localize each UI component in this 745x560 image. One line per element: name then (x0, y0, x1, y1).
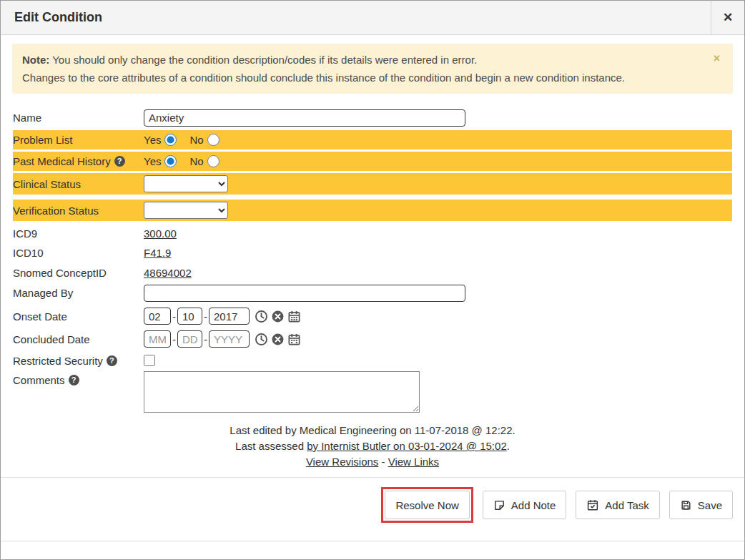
past-medical-history-label: Past Medical History ? (13, 155, 144, 167)
comments-label: Comments ? (13, 371, 144, 386)
note-label: Note: (22, 54, 49, 66)
row-snomed: Snomed ConceptID 48694002 (13, 263, 732, 282)
snomed-label: Snomed ConceptID (13, 267, 144, 279)
pmh-no-label: No (189, 155, 203, 167)
modal-header: Edit Condition ✕ (1, 1, 744, 35)
concluded-day-input[interactable] (177, 330, 202, 348)
clock-icon[interactable] (255, 310, 268, 323)
date-separator: - (204, 333, 207, 345)
snomed-code-link[interactable]: 48694002 (144, 267, 192, 279)
clinical-status-label: Clinical Status (13, 178, 144, 190)
note-text: Note: You should only change the conditi… (22, 51, 711, 87)
note-banner: Note: You should only change the conditi… (12, 44, 733, 94)
resolve-now-annotation: Resolve Now (381, 487, 473, 523)
managed-by-input[interactable] (144, 285, 465, 302)
row-verification-status: Verification Status (13, 200, 732, 221)
onset-year-input[interactable] (209, 308, 250, 325)
clinical-status-select[interactable] (144, 175, 228, 192)
date-separator: - (204, 310, 207, 323)
view-links-row: View Revisions - View Links (1, 454, 744, 470)
row-restricted-security: Restricted Security ? (13, 351, 732, 370)
concluded-month-input[interactable] (144, 330, 171, 348)
save-disk-icon (680, 499, 692, 511)
note-line-2: Changes to the core attributes of a cond… (22, 69, 711, 87)
edit-condition-modal: Edit Condition ✕ Note: You should only c… (0, 0, 745, 560)
note-page-icon (493, 499, 505, 511)
view-links-link[interactable]: View Links (388, 456, 439, 468)
row-concluded-date: Concluded Date - - (13, 328, 732, 350)
row-managed-by: Managed By (13, 283, 732, 303)
row-problem-list: Problem List Yes No (13, 130, 732, 149)
row-past-medical-history: Past Medical History ? Yes No (13, 152, 732, 171)
comments-textarea[interactable] (144, 371, 420, 413)
icd9-code-link[interactable]: 300.00 (144, 227, 177, 240)
row-icd10: ICD10 F41.9 (13, 244, 732, 262)
date-separator: - (172, 333, 176, 345)
row-clinical-status: Clinical Status (13, 173, 732, 195)
managed-by-label: Managed By (13, 287, 144, 299)
icd9-label: ICD9 (13, 227, 144, 240)
onset-date-label: Onset Date (13, 310, 144, 323)
help-icon[interactable]: ? (69, 375, 79, 385)
close-icon[interactable]: ✕ (711, 1, 744, 34)
note-dismiss-icon[interactable]: × (711, 51, 723, 67)
name-label: Name (13, 112, 144, 124)
modal-title: Edit Condition (1, 1, 711, 34)
resolve-now-button[interactable]: Resolve Now (385, 491, 469, 519)
restricted-security-checkbox[interactable] (144, 355, 155, 366)
last-edited-text: Last edited by Medical Engineering on 11… (1, 423, 744, 438)
view-revisions-link[interactable]: View Revisions (306, 456, 378, 468)
problem-list-yes-radio[interactable] (164, 134, 177, 146)
add-task-button[interactable]: Add Task (576, 491, 659, 519)
calendar-icon[interactable] (287, 310, 301, 323)
audit-info: Last edited by Medical Engineering on 11… (1, 423, 744, 470)
add-note-button[interactable]: Add Note (483, 491, 567, 519)
row-comments: Comments ? (13, 371, 732, 413)
concluded-year-input[interactable] (209, 330, 250, 348)
problem-list-label: Problem List (13, 134, 144, 146)
onset-month-input[interactable] (144, 308, 171, 325)
edit-condition-form: Name Problem List Yes No Past Medical Hi… (1, 102, 744, 414)
name-input[interactable] (144, 109, 465, 127)
verification-status-label: Verification Status (13, 205, 144, 217)
save-button[interactable]: Save (669, 491, 733, 519)
problem-list-yes-label: Yes (144, 134, 161, 146)
note-line-1: Note: You should only change the conditi… (22, 51, 711, 69)
help-icon[interactable]: ? (114, 156, 125, 167)
row-icd9: ICD9 300.00 (13, 225, 732, 242)
modal-footer: Resolve Now Add Note Add Task Save (1, 477, 744, 541)
date-separator: - (172, 310, 176, 323)
row-name: Name (13, 108, 732, 127)
icd10-code-link[interactable]: F41.9 (144, 247, 171, 259)
concluded-date-label: Concluded Date (13, 333, 144, 345)
clear-date-icon[interactable] (271, 333, 285, 346)
pmh-no-radio[interactable] (207, 155, 219, 167)
onset-day-input[interactable] (177, 308, 202, 325)
modal-bottom-strip (1, 541, 744, 560)
problem-list-no-radio[interactable] (207, 134, 219, 146)
last-assessed-text: Last assessed by Internist Butler on 03-… (1, 438, 744, 454)
restricted-security-label: Restricted Security ? (13, 355, 144, 367)
clock-icon[interactable] (255, 333, 268, 346)
links-separator: - (382, 456, 385, 468)
pmh-yes-label: Yes (144, 155, 161, 167)
calendar-icon[interactable] (287, 333, 301, 346)
row-onset-date: Onset Date - - (13, 305, 732, 327)
pmh-yes-radio[interactable] (164, 155, 177, 167)
verification-status-select[interactable] (144, 202, 228, 219)
clear-date-icon[interactable] (271, 310, 285, 323)
help-icon[interactable]: ? (107, 355, 117, 366)
task-calendar-icon (586, 498, 599, 511)
icd10-label: ICD10 (13, 247, 144, 259)
problem-list-no-label: No (189, 134, 203, 146)
last-assessed-link[interactable]: by Internist Butler on 03-01-2024 @ 15:0… (307, 440, 507, 452)
